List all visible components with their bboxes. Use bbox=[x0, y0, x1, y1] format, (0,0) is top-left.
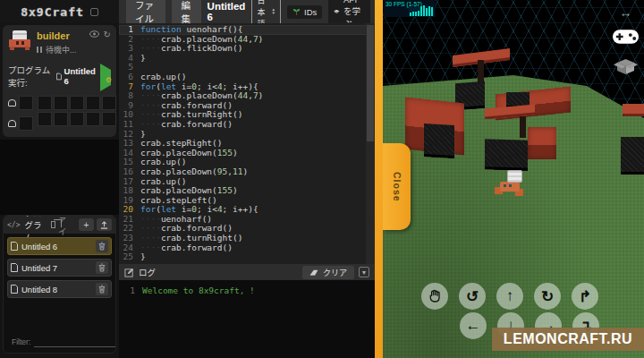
close-panel-tab[interactable]: Close bbox=[383, 143, 411, 230]
add-program-button[interactable]: + bbox=[79, 218, 94, 231]
doc-icon bbox=[11, 285, 18, 294]
document-title: Untitled 6 bbox=[208, 1, 246, 22]
line-number: 1 bbox=[119, 25, 140, 35]
voxel-black-block bbox=[424, 124, 454, 158]
scrollbar-thumb[interactable] bbox=[367, 25, 374, 141]
pause-icon bbox=[37, 47, 42, 53]
voxel-black-block bbox=[621, 137, 644, 175]
program-list-item[interactable]: Untitled 7 bbox=[7, 259, 112, 277]
code-line[interactable]: 25} bbox=[119, 252, 375, 262]
run-file: Untitled 6 bbox=[56, 66, 97, 86]
menubar: ファイル 編集 Untitled 6 日本語 ▲▼ IDs APIを学ぶ bbox=[119, 0, 375, 23]
line-number: 25 bbox=[119, 252, 140, 262]
resize-horizontal-icon[interactable]: ↔ bbox=[620, 7, 632, 18]
8x9craft-app: 8x9Craft builder 待機中... bbox=[0, 0, 644, 358]
line-number: 16 bbox=[119, 167, 140, 177]
program-list-item[interactable]: Untitled 6 bbox=[7, 237, 112, 255]
program-panel: </> プログラム ファイル + Untitled 6Untitled 7Unt… bbox=[3, 215, 116, 354]
trash-icon bbox=[98, 285, 106, 294]
inventory-grid bbox=[38, 96, 116, 131]
character-avatar bbox=[8, 30, 31, 50]
filter-input[interactable] bbox=[34, 337, 116, 347]
inventory-slot[interactable] bbox=[38, 96, 52, 110]
upload-icon bbox=[100, 221, 108, 229]
rotate-left-button[interactable]: ↺ bbox=[459, 283, 486, 310]
rotate-right-button[interactable]: ↻ bbox=[534, 283, 561, 310]
move-left-button[interactable]: ← bbox=[460, 312, 487, 339]
delete-program-button[interactable] bbox=[96, 283, 108, 295]
doc-icon bbox=[56, 72, 62, 81]
ids-button[interactable]: IDs bbox=[287, 5, 322, 19]
run-label: プログラム実行: bbox=[8, 64, 53, 89]
inventory-slot[interactable] bbox=[54, 96, 68, 110]
run-program-button[interactable]: ⚙ bbox=[100, 70, 111, 82]
delete-program-button[interactable] bbox=[96, 240, 108, 252]
program-list: Untitled 6Untitled 7Untitled 8 bbox=[4, 234, 115, 335]
code-line[interactable]: 24····crab.forward() bbox=[119, 243, 375, 253]
program-name: Untitled 7 bbox=[21, 263, 92, 273]
gamepad-icon[interactable] bbox=[612, 28, 640, 46]
inventory-slot[interactable] bbox=[86, 96, 100, 110]
fps-stats-panel[interactable]: 30 FPS (1-57) bbox=[384, 0, 436, 17]
editor-column: ファイル 編集 Untitled 6 日本語 ▲▼ IDs APIを学ぶ 1fu… bbox=[119, 0, 375, 358]
move-forward-button[interactable]: ↑ bbox=[496, 283, 523, 310]
sprout-icon bbox=[292, 7, 301, 16]
character-panel: builder 待機中... ↻ プログラム実行: Unt bbox=[3, 25, 116, 137]
code-lines: 1function uenoharf(){2····crab.placeDown… bbox=[119, 23, 375, 262]
edit-log-icon bbox=[124, 268, 134, 277]
inventory-slot[interactable] bbox=[19, 96, 33, 110]
pouch-icon bbox=[8, 120, 16, 127]
voxel-red-block bbox=[528, 127, 556, 159]
clear-log-button[interactable]: クリア bbox=[302, 266, 354, 279]
select-arrows-icon: ▲▼ bbox=[272, 8, 275, 15]
trash-icon bbox=[98, 263, 106, 272]
inventory-slot[interactable] bbox=[102, 96, 116, 110]
inventory-slot[interactable] bbox=[54, 112, 68, 126]
character-status: 待機中... bbox=[46, 44, 77, 55]
inventory-slot[interactable] bbox=[86, 112, 100, 126]
fps-histogram bbox=[409, 6, 434, 16]
step-up-button[interactable]: ↱ bbox=[572, 283, 598, 310]
game-viewport[interactable]: 30 FPS (1-57) ↔ Close ↺ ↑ ↻ ↱ ← ↓ bbox=[383, 0, 644, 358]
inventory-slot[interactable] bbox=[70, 112, 84, 126]
control-row-1: ↺ ↑ ↻ ↱ bbox=[421, 283, 598, 310]
line-number: 11 bbox=[119, 120, 140, 130]
editor-scrollbar[interactable] bbox=[366, 23, 375, 264]
graduation-cap-icon bbox=[334, 8, 340, 15]
pages-icon bbox=[51, 221, 55, 228]
inventory-slot[interactable] bbox=[70, 96, 84, 110]
collapse-log-icon[interactable]: ▼ bbox=[359, 267, 369, 277]
voxel-red-slab bbox=[623, 104, 644, 116]
code-line[interactable]: 11····crab.forward() bbox=[119, 120, 375, 130]
pan-hand-button[interactable] bbox=[421, 283, 448, 310]
inventory-slot[interactable] bbox=[102, 112, 116, 126]
inventory bbox=[8, 96, 111, 131]
trash-icon bbox=[98, 242, 106, 251]
filter-label: Filter: bbox=[12, 337, 30, 346]
code-editor[interactable]: 1function uenoharf(){2····crab.placeDown… bbox=[119, 23, 375, 264]
inventory-slot[interactable] bbox=[19, 116, 33, 131]
upload-program-button[interactable] bbox=[97, 218, 112, 231]
sidebar-header: 8x9Craft bbox=[0, 0, 119, 23]
open-box-icon[interactable] bbox=[614, 55, 638, 75]
log-entry: 1Welcome to 8x9craft, ! bbox=[119, 286, 375, 296]
window-icon[interactable] bbox=[90, 8, 98, 16]
line-number: 6 bbox=[119, 72, 140, 82]
program-list-item[interactable]: Untitled 8 bbox=[7, 280, 112, 298]
watermark-text: LEMONCRAFT.RU bbox=[504, 331, 632, 347]
code-line[interactable]: 4} bbox=[119, 54, 375, 64]
eye-icon[interactable] bbox=[89, 30, 99, 39]
delete-program-button[interactable] bbox=[96, 261, 108, 274]
viewport-tools: ↔ bbox=[612, 7, 640, 75]
gear-icon: ⚙ bbox=[106, 77, 112, 84]
refresh-icon[interactable]: ↻ bbox=[104, 30, 111, 39]
crab-character bbox=[495, 170, 527, 199]
character-name: builder bbox=[37, 30, 84, 41]
doc-icon bbox=[11, 263, 18, 272]
doc-icon bbox=[11, 242, 18, 251]
code-line[interactable]: 3····crab.flickDown() bbox=[119, 44, 375, 54]
program-name: Untitled 6 bbox=[21, 242, 92, 251]
pouch-icon bbox=[8, 99, 16, 107]
inventory-slot[interactable] bbox=[38, 112, 52, 126]
log-panel: ログ クリア ▼ 1Welcome to 8x9craft, ! bbox=[119, 264, 375, 358]
